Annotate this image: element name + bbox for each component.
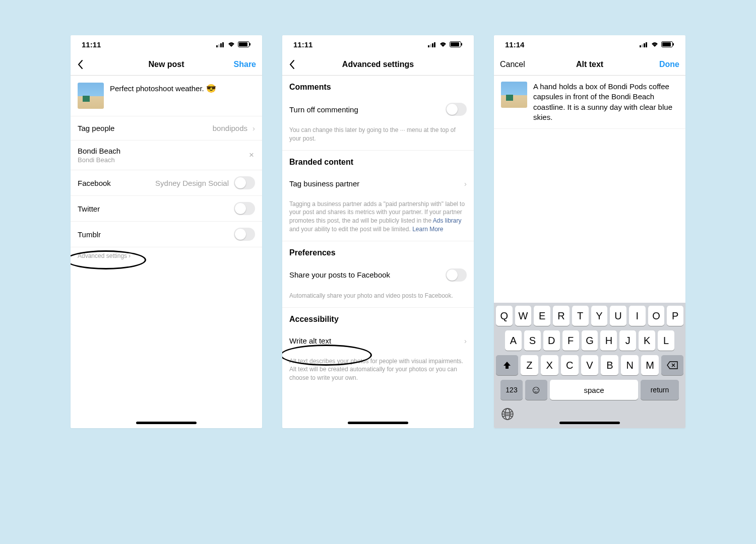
caption-row[interactable]: Perfect photoshoot weather. 😎 [71,76,262,116]
post-thumbnail[interactable] [78,83,104,109]
location-name: Bondi Beach [78,147,243,155]
key-e[interactable]: E [534,306,550,326]
globe-icon[interactable] [501,407,514,423]
nav-bar: New post Share [71,53,262,76]
status-bar: 11:11 [282,35,474,53]
key-l[interactable]: L [658,330,674,351]
post-thumbnail [501,82,527,108]
write-alt-text-row[interactable]: Write alt text › [282,329,474,353]
key-a[interactable]: A [505,330,522,351]
back-button[interactable] [77,59,84,70]
signal-icon [216,42,225,47]
tumblr-toggle[interactable] [234,228,255,241]
svg-rect-5 [239,42,247,46]
share-to-facebook-row[interactable]: Share your posts to Facebook [282,262,474,288]
chevron-right-icon: › [464,336,467,345]
key-v[interactable]: V [581,355,599,375]
tag-people-value: bondipods [213,124,247,132]
key-h[interactable]: H [600,330,617,351]
key-c[interactable]: C [561,355,579,375]
alt-text-input-row[interactable]: A hand holds a box of Bondi Pods coffee … [494,76,685,129]
nav-bar: Cancel Alt text Done [494,53,685,76]
status-time: 11:14 [505,40,524,49]
share-button[interactable]: Share [234,60,256,69]
key-j[interactable]: J [619,330,636,351]
learn-more-link[interactable]: Learn More [412,226,443,233]
share-fb-subtext: Automatically share your photo and video… [282,288,474,308]
key-b[interactable]: B [601,355,618,375]
key-n[interactable]: N [621,355,639,375]
ios-keyboard: QWERTYUIOP ASDFGHJKL ZXCVBNM 123 ☺ space… [494,303,685,428]
signal-icon [640,42,648,47]
tumblr-row[interactable]: Tumblr [71,222,262,247]
key-f[interactable]: F [562,330,579,351]
svg-rect-14 [640,45,641,47]
backspace-key[interactable] [661,355,683,375]
facebook-row[interactable]: Facebook Sydney Design Social [71,170,262,196]
sunglasses-emoji: 😎 [206,84,216,93]
ads-library-link[interactable]: Ads library [433,217,462,224]
svg-rect-16 [644,43,645,47]
key-x[interactable]: X [541,355,558,375]
accessibility-header: Accessibility [282,308,474,329]
wifi-icon [439,41,447,47]
key-p[interactable]: P [667,306,683,326]
key-z[interactable]: Z [521,355,538,375]
chevron-right-icon: › [253,124,255,132]
svg-rect-2 [220,43,222,47]
advanced-settings-row[interactable]: Advanced settings › [71,247,262,264]
remove-location-button[interactable]: × [248,150,255,160]
home-indicator[interactable] [136,422,197,424]
twitter-toggle[interactable] [234,202,255,215]
alt-text-input[interactable]: A hand holds a box of Bondi Pods coffee … [533,82,678,122]
screen-advanced-settings: 11:11 Advanced settings Comments Turn of… [282,35,474,428]
done-button[interactable]: Done [659,60,679,69]
key-s[interactable]: S [524,330,541,351]
twitter-label: Twitter [78,205,229,213]
chevron-right-icon: › [464,179,467,188]
shift-key[interactable] [496,355,518,375]
key-m[interactable]: M [641,355,659,375]
key-k[interactable]: K [639,330,655,351]
key-i[interactable]: I [629,306,646,326]
home-indicator[interactable] [348,422,408,424]
tag-people-row[interactable]: Tag people bondipods › [71,116,262,141]
comments-header: Comments [282,76,474,97]
numbers-key[interactable]: 123 [500,380,523,400]
key-y[interactable]: Y [591,306,608,326]
facebook-toggle[interactable] [234,176,255,189]
space-key[interactable]: space [550,380,638,400]
cancel-button[interactable]: Cancel [500,60,525,69]
battery-icon [450,41,463,47]
back-button[interactable] [288,59,295,70]
tag-business-partner-row[interactable]: Tag business partner › [282,172,474,196]
return-key[interactable]: return [641,380,679,400]
tag-people-label: Tag people [78,124,208,132]
svg-rect-6 [249,43,250,46]
tumblr-label: Tumblr [78,230,229,239]
status-bar: 11:11 [71,35,262,53]
home-indicator[interactable] [559,422,620,424]
share-fb-toggle[interactable] [446,268,467,282]
key-r[interactable]: R [553,306,570,326]
key-u[interactable]: U [610,306,626,326]
turn-off-commenting-row[interactable]: Turn off commenting [282,97,474,122]
status-indicators [428,41,463,47]
key-t[interactable]: T [572,306,589,326]
emoji-key[interactable]: ☺ [525,380,547,400]
svg-rect-10 [434,42,435,47]
key-w[interactable]: W [515,306,532,326]
key-o[interactable]: O [648,306,665,326]
caption-text[interactable]: Perfect photoshoot weather. 😎 [110,83,255,94]
wifi-icon [651,41,659,47]
key-g[interactable]: G [582,330,598,351]
status-indicators [216,41,251,47]
twitter-row[interactable]: Twitter [71,196,262,222]
svg-rect-17 [646,42,647,47]
key-d[interactable]: D [543,330,560,351]
svg-rect-3 [222,42,224,47]
key-q[interactable]: Q [496,306,513,326]
screen-new-post: 11:11 New post Share Perfect photoshoot … [71,35,262,428]
commenting-toggle[interactable] [446,103,467,116]
location-row[interactable]: Bondi Beach Bondi Beach × [71,141,262,170]
